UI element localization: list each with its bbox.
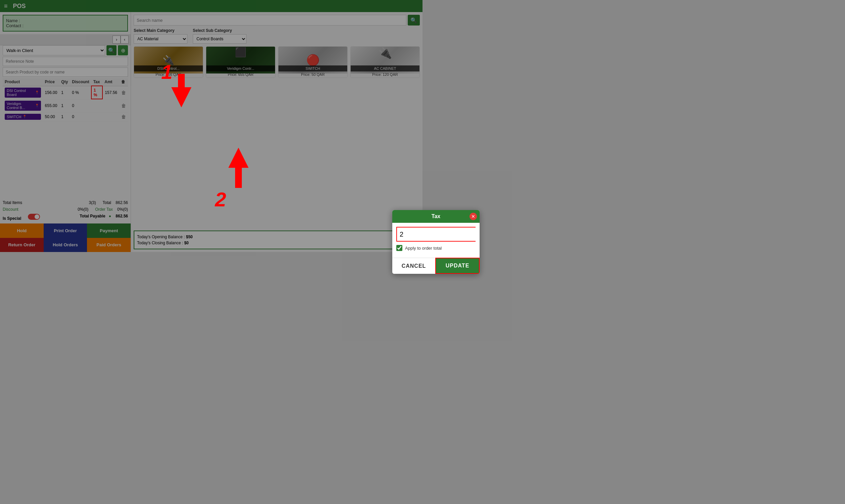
dialog-body: % Apply to order total	[392, 223, 422, 252]
dialog-header: Tax ✕	[392, 210, 422, 223]
tax-dialog: Tax ✕ % Apply to order total CANCEL UPDA…	[392, 210, 422, 252]
annotation-1-arrow	[171, 74, 191, 109]
tax-value-input[interactable]	[397, 228, 422, 241]
dialog-overlay: 1 Tax ✕ % Apply to order total CANCEL	[0, 0, 422, 252]
apply-row: Apply to order total	[396, 245, 422, 251]
annotation-1-number: 1	[161, 60, 172, 84]
apply-to-order-label: Apply to order total	[405, 246, 422, 251]
svg-marker-0	[171, 74, 191, 107]
annotation-2-number: 2	[215, 188, 226, 211]
tax-input-row: %	[396, 227, 422, 241]
apply-to-order-checkbox[interactable]	[396, 245, 402, 251]
svg-marker-1	[228, 148, 248, 188]
annotation-2-arrow	[228, 148, 248, 189]
